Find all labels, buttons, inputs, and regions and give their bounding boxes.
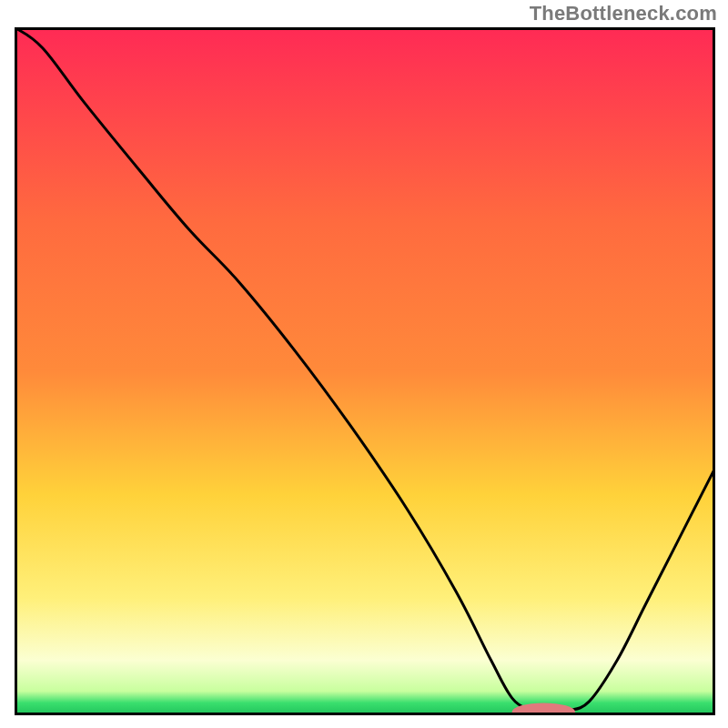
chart-stage: TheBottleneck.com — [0, 0, 728, 728]
plot-svg — [15, 27, 715, 715]
plot-area — [15, 27, 715, 715]
attribution-label: TheBottleneck.com — [530, 2, 717, 25]
gradient-background — [15, 27, 715, 715]
